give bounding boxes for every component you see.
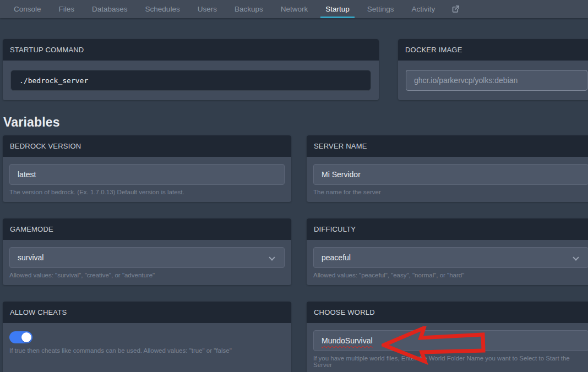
choose-world-card: CHOOSE WORLD MundoSurvival If you have m… [307, 302, 588, 372]
external-link-icon[interactable] [444, 0, 467, 18]
bedrock-version-card: BEDROCK VERSION latest The version of be… [3, 135, 291, 202]
docker-image-title: DOCKER IMAGE [398, 39, 588, 61]
startup-page: STARTUP COMMAND ./bedrock_server DOCKER … [0, 18, 588, 372]
variables-heading: Variables [3, 115, 588, 130]
choose-world-input[interactable]: MundoSurvival [313, 330, 588, 351]
tab-activity[interactable]: Activity [403, 0, 444, 18]
startup-command-card: STARTUP COMMAND ./bedrock_server [3, 39, 379, 100]
choose-world-title: CHOOSE WORLD [307, 302, 588, 323]
docker-image-value: ghcr.io/parkervcp/yolks:debian [414, 76, 518, 85]
gamemode-card: GAMEMODE survival Allowed values: "survi… [3, 218, 291, 285]
top-row: STARTUP COMMAND ./bedrock_server DOCKER … [3, 39, 588, 100]
bedrock-version-help: The version of bedrock. (Ex. 1.7.0.13) D… [9, 189, 285, 195]
tab-network[interactable]: Network [272, 0, 317, 18]
server-name-title: SERVER NAME [307, 135, 588, 157]
tab-settings[interactable]: Settings [358, 0, 403, 18]
allow-cheats-toggle[interactable] [9, 331, 32, 343]
tab-console[interactable]: Console [5, 0, 50, 18]
tab-users[interactable]: Users [189, 0, 226, 18]
tab-schedules[interactable]: Schedules [137, 0, 189, 18]
startup-command-value: ./bedrock_server [19, 76, 88, 85]
docker-image-input: ghcr.io/parkervcp/yolks:debian [406, 70, 587, 91]
difficulty-title: DIFFICULTY [307, 218, 588, 240]
tab-files[interactable]: Files [50, 0, 84, 18]
difficulty-help: Allowed values: "peaceful", "easy", "nor… [313, 272, 588, 278]
gamemode-help: Allowed values: "survival", "creative", … [9, 272, 285, 278]
gamemode-select[interactable]: survival [9, 247, 285, 268]
chevron-down-icon [573, 254, 579, 260]
chevron-down-icon [269, 254, 275, 260]
server-name-help: The name for the server [313, 189, 588, 195]
startup-command-input[interactable]: ./bedrock_server [10, 70, 371, 91]
difficulty-value: peaceful [322, 253, 351, 262]
server-name-card: SERVER NAME Mi Servidor The name for the… [307, 135, 588, 202]
allow-cheats-card: ALLOW CHEATS If true then cheats like co… [3, 302, 291, 372]
toggle-knob [21, 332, 31, 342]
server-tab-bar: Console Files Databases Schedules Users … [0, 0, 588, 18]
bedrock-version-title: BEDROCK VERSION [3, 135, 291, 157]
allow-cheats-help: If true then cheats like commands can be… [9, 347, 285, 354]
bedrock-version-value: latest [18, 170, 36, 179]
tab-backups[interactable]: Backups [226, 0, 272, 18]
allow-cheats-title: ALLOW CHEATS [3, 302, 291, 323]
difficulty-card: DIFFICULTY peaceful Allowed values: "pea… [307, 218, 588, 285]
server-name-input[interactable]: Mi Servidor [313, 164, 588, 185]
bedrock-version-input[interactable]: latest [9, 164, 285, 185]
tab-databases[interactable]: Databases [83, 0, 137, 18]
choose-world-help: If you have multiple world files, Enter … [313, 355, 588, 368]
gamemode-value: survival [18, 253, 43, 262]
tab-startup[interactable]: Startup [317, 0, 358, 18]
difficulty-select[interactable]: peaceful [313, 247, 588, 268]
server-name-value: Mi Servidor [322, 170, 361, 179]
startup-command-title: STARTUP COMMAND [3, 39, 379, 61]
gamemode-title: GAMEMODE [3, 218, 291, 240]
choose-world-value: MundoSurvival [322, 336, 373, 345]
docker-image-card: DOCKER IMAGE ghcr.io/parkervcp/yolks:deb… [398, 39, 588, 100]
variables-grid: BEDROCK VERSION latest The version of be… [3, 135, 588, 372]
